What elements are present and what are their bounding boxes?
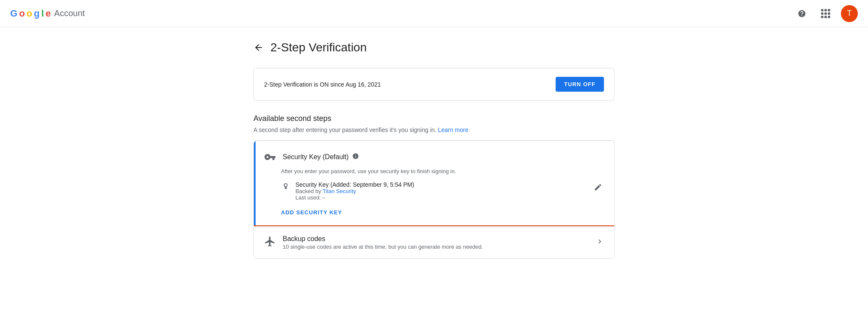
backup-codes-description: 10 single-use codes are active at this t… <box>283 244 483 250</box>
section-title: Available second steps <box>253 114 615 123</box>
logo-letter-G: G <box>10 9 17 18</box>
google-logo: Google <box>10 9 51 18</box>
status-card: 2-Step Verification is ON since Aug 16, … <box>253 68 615 101</box>
apps-button[interactable] <box>817 5 834 22</box>
logo-letter-l: l <box>41 9 44 18</box>
svg-rect-2 <box>286 188 287 188</box>
backup-codes-icon <box>264 236 276 250</box>
back-button[interactable] <box>253 42 264 53</box>
avatar[interactable]: T <box>841 5 858 22</box>
key-details: Security Key (Added: September 9, 5:54 P… <box>295 181 414 201</box>
card-header: Security Key (Default) <box>264 151 604 163</box>
key-entry-icon <box>281 182 290 194</box>
main-content: 2-Step Verification 2-Step Verification … <box>243 27 625 272</box>
logo-letter-g2: g <box>34 9 39 18</box>
available-steps-section: Available second steps A second step aft… <box>253 114 615 140</box>
key-backed: Backed by Titan Security <box>295 188 414 194</box>
edit-key-button[interactable] <box>592 181 604 195</box>
page-title: 2-Step Verification <box>270 41 367 54</box>
page-title-row: 2-Step Verification <box>253 41 615 54</box>
cards-container: Security Key (Default) After you enter y… <box>253 140 615 259</box>
info-circle-icon <box>352 153 359 160</box>
backup-codes-title: Backup codes <box>283 235 483 243</box>
grid-icon <box>821 9 830 18</box>
status-text: 2-Step Verification is ON since Aug 16, … <box>264 81 381 88</box>
security-key-icon <box>264 151 276 163</box>
help-icon <box>798 9 806 18</box>
backup-left: Backup codes 10 single-use codes are act… <box>264 235 483 250</box>
info-icon[interactable] <box>352 153 359 161</box>
header-left: Google Account <box>10 8 85 18</box>
titan-security-link[interactable]: Titan Security <box>323 188 356 194</box>
security-key-title: Security Key (Default) <box>283 153 349 161</box>
backup-codes-card[interactable]: Backup codes 10 single-use codes are act… <box>254 226 614 258</box>
app-header: Google Account T <box>0 0 868 27</box>
add-security-key-button[interactable]: ADD SECURITY KEY <box>281 209 342 216</box>
learn-more-link[interactable]: Learn more <box>438 126 468 133</box>
key-entry: Security Key (Added: September 9, 5:54 P… <box>281 181 604 201</box>
svg-rect-3 <box>286 188 287 189</box>
card-title-row: Security Key (Default) <box>283 153 359 161</box>
backed-by-text: Backed by <box>295 188 323 194</box>
key-info: Security Key (Added: September 9, 5:54 P… <box>281 181 414 201</box>
edit-icon <box>594 183 602 191</box>
key-last-used: Last used: – <box>295 194 414 201</box>
logo-letter-o1: o <box>19 9 25 18</box>
turn-off-button[interactable]: TURN OFF <box>556 77 604 92</box>
back-arrow-icon <box>253 42 264 53</box>
usb-key-icon <box>281 182 290 191</box>
account-label: Account <box>54 8 85 18</box>
card-subtitle: After you enter your password, use your … <box>281 168 604 174</box>
chevron-icon <box>595 237 604 246</box>
logo-letter-e: e <box>46 9 51 18</box>
key-icon <box>264 151 276 163</box>
key-name: Security Key (Added: September 9, 5:54 P… <box>295 181 414 188</box>
help-button[interactable] <box>793 5 810 22</box>
logo-letter-o2: o <box>27 9 32 18</box>
section-desc-text: A second step after entering your passwo… <box>253 126 436 133</box>
airplane-icon <box>264 236 276 247</box>
backup-text-block: Backup codes 10 single-use codes are act… <box>283 235 483 250</box>
header-right: T <box>793 5 858 22</box>
security-key-card: Security Key (Default) After you enter y… <box>254 141 614 226</box>
section-description: A second step after entering your passwo… <box>253 126 615 133</box>
chevron-right-icon <box>595 237 604 248</box>
